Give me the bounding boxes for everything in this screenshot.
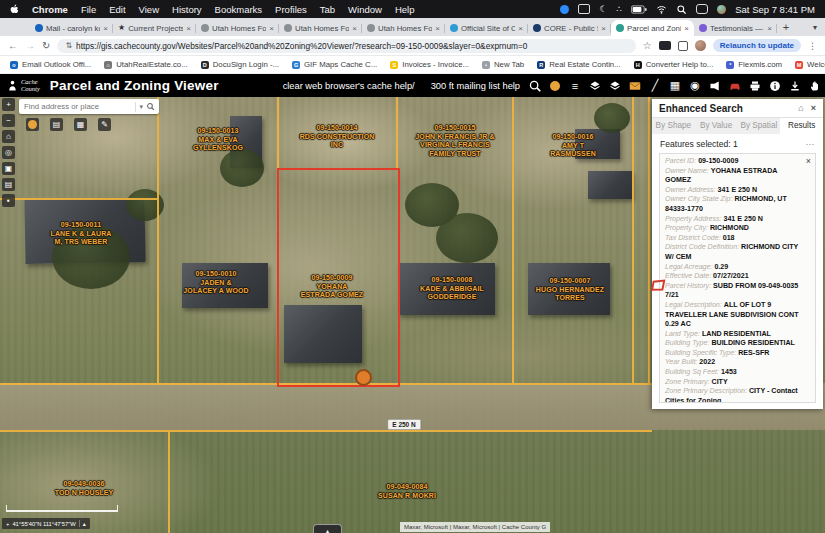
- tab-close-icon[interactable]: ×: [186, 24, 191, 33]
- bookmark-item[interactable]: GGIF Maps Cache C...: [292, 60, 377, 69]
- marker-tool-button[interactable]: [26, 118, 39, 131]
- grid-tool-button[interactable]: ▦: [74, 118, 87, 131]
- bookmark-item[interactable]: MWelcome to E OnS...: [795, 60, 825, 69]
- locate-button[interactable]: ◎: [2, 146, 15, 159]
- new-tab-button[interactable]: +: [777, 21, 795, 33]
- menubar-clock[interactable]: Sat Sep 7 8:41 PM: [735, 4, 815, 15]
- apple-menu-icon[interactable]: [10, 3, 19, 15]
- bookmark-item[interactable]: oEmail Outlook Offi...: [10, 60, 91, 69]
- do-not-disturb-icon[interactable]: ☾: [599, 5, 607, 14]
- bookmark-item[interactable]: *Flexmls.com: [726, 60, 782, 69]
- measure-icon[interactable]: ╱: [648, 79, 662, 93]
- browser-tab[interactable]: Mail - carolyn ko×: [30, 20, 113, 36]
- screen-mirroring-icon[interactable]: [578, 4, 590, 14]
- layers-icon[interactable]: [588, 79, 602, 93]
- pan-hand-icon[interactable]: [808, 79, 822, 93]
- search-icon[interactable]: [528, 79, 542, 93]
- zoom-in-button[interactable]: +: [2, 98, 15, 111]
- bookmark-item[interactable]: ⌂UtahRealEstate.co...: [104, 60, 188, 69]
- flashlight-icon[interactable]: [708, 79, 722, 93]
- panel-tab-results[interactable]: Results: [780, 118, 823, 134]
- browser-tab[interactable]: Utah Homes For×: [196, 20, 279, 36]
- bookmark-item[interactable]: SInvoices - Invoice...: [390, 60, 469, 69]
- menu-profiles[interactable]: Profiles: [275, 4, 307, 15]
- wifi-icon[interactable]: [656, 4, 667, 15]
- bookmark-star-icon[interactable]: ☆: [643, 41, 652, 51]
- car-icon[interactable]: [728, 79, 742, 93]
- panel-tab-by-value[interactable]: By Value: [695, 118, 738, 134]
- address-bar[interactable]: ⇅ https://gis.cachecounty.gov/Websites/P…: [57, 39, 635, 53]
- tab-close-icon[interactable]: ×: [103, 24, 108, 33]
- basemap-dot-icon[interactable]: [548, 79, 562, 93]
- battery-icon[interactable]: [631, 5, 647, 14]
- site-info-icon[interactable]: ⇅: [65, 41, 72, 50]
- forward-button[interactable]: →: [25, 41, 35, 51]
- menu-file[interactable]: File: [81, 4, 96, 15]
- close-panel-icon[interactable]: ×: [811, 104, 816, 113]
- browser-tab[interactable]: Testimonials — L×: [694, 20, 777, 36]
- map-search-input[interactable]: [19, 102, 135, 111]
- tab-close-icon[interactable]: ×: [767, 24, 772, 33]
- tab-close-icon[interactable]: ×: [518, 24, 523, 33]
- layers-icon[interactable]: [608, 79, 622, 93]
- bookmark-button[interactable]: ▪: [2, 194, 15, 207]
- panel-tab-by-shape[interactable]: By Shape: [652, 118, 695, 134]
- reload-button[interactable]: ↻: [42, 41, 50, 51]
- tab-close-icon[interactable]: ×: [435, 24, 440, 33]
- spotlight-icon[interactable]: [676, 4, 687, 15]
- browser-tab[interactable]: Official Site of C×: [445, 20, 528, 36]
- tab-close-icon[interactable]: ×: [269, 24, 274, 33]
- control-center-icon[interactable]: [696, 4, 708, 14]
- menu-history[interactable]: History: [172, 4, 202, 15]
- dock-panel-icon[interactable]: ⌂: [798, 104, 803, 113]
- menu-help[interactable]: Help: [395, 4, 415, 15]
- legend-icon[interactable]: ≡: [568, 79, 582, 93]
- menu-edit[interactable]: Edit: [109, 4, 125, 15]
- extension-icon-outline[interactable]: [678, 41, 688, 51]
- coordinate-expand-icon[interactable]: ▴: [79, 520, 86, 527]
- more-options-icon[interactable]: ⋯: [805, 139, 815, 149]
- tab-close-icon[interactable]: ×: [352, 24, 357, 33]
- panel-tab-by-spatial[interactable]: By Spatial: [738, 118, 781, 134]
- account-icon[interactable]: [717, 5, 726, 14]
- tab-close-icon[interactable]: ×: [684, 24, 689, 33]
- browser-tab[interactable]: CORE - Public S×: [528, 20, 611, 36]
- notify-mail-icon[interactable]: [628, 79, 642, 93]
- browser-tab[interactable]: Utah Homes For×: [279, 20, 362, 36]
- chrome-menu-icon[interactable]: ⋮: [808, 41, 817, 51]
- grid-icon[interactable]: ▦: [668, 79, 682, 93]
- profile-avatar[interactable]: [695, 40, 706, 51]
- menu-window[interactable]: Window: [348, 4, 382, 15]
- menu-tab[interactable]: Tab: [320, 4, 335, 15]
- info-icon[interactable]: [768, 79, 782, 93]
- draw-tool-button[interactable]: ✎: [98, 118, 111, 131]
- home-button[interactable]: ⌂: [2, 130, 15, 143]
- selection-button[interactable]: ▣: [2, 162, 15, 175]
- printer-icon[interactable]: [748, 79, 762, 93]
- mailing-list-help-link[interactable]: 300 ft mailing list help: [431, 81, 520, 91]
- browser-tab[interactable]: Parcel and Zonin×: [611, 20, 694, 36]
- menu-bookmarks[interactable]: Bookmarks: [215, 4, 263, 15]
- tab-close-icon[interactable]: ×: [601, 24, 606, 33]
- zoom-out-button[interactable]: −: [2, 114, 15, 127]
- page-tool-button[interactable]: ▤: [50, 118, 63, 131]
- relaunch-to-update-button[interactable]: Relaunch to update: [713, 39, 801, 52]
- bookmark-item[interactable]: RReal Estate Contin...: [537, 60, 621, 69]
- download-icon[interactable]: [788, 79, 802, 93]
- app-icon[interactable]: [560, 5, 569, 14]
- extension-icon-dark[interactable]: [659, 41, 671, 50]
- reel-icon[interactable]: ◉: [688, 79, 702, 93]
- bookmark-item[interactable]: HConverter Help to...: [634, 60, 714, 69]
- bookmark-item[interactable]: DDocuSign Login -...: [201, 60, 279, 69]
- clear-cache-help-link[interactable]: clear web browser's cache help/: [283, 81, 415, 91]
- zoom-to-feature-shape-icon[interactable]: [650, 277, 666, 291]
- browser-tab[interactable]: ★Current Projects×: [113, 20, 196, 36]
- search-source-chevron-icon[interactable]: ▾: [136, 103, 146, 111]
- search-icon[interactable]: [146, 102, 159, 111]
- bookmark-item[interactable]: •New Tab: [482, 60, 524, 69]
- remove-result-icon[interactable]: ×: [806, 156, 811, 166]
- layers-mini-button[interactable]: ▤: [2, 178, 15, 191]
- menu-chrome[interactable]: Chrome: [32, 4, 68, 15]
- menu-view[interactable]: View: [139, 4, 159, 15]
- attribution-toggle-button[interactable]: ▴: [313, 524, 342, 533]
